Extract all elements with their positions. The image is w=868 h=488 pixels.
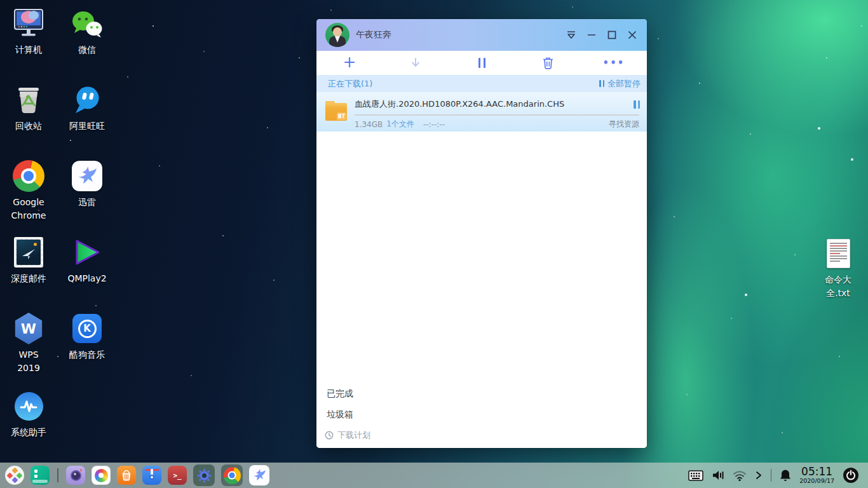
desktop-icon-aliwangwang[interactable]: 阿里旺旺 [64,83,110,133]
task-size: 1.34GB [355,120,383,129]
taskbar: >_ [0,463,868,488]
gear-icon [196,468,212,484]
terminal-glyph: >_ [173,471,181,480]
taskbar-xunlei-icon[interactable] [249,465,269,485]
volume-icon[interactable] [712,470,724,481]
minimize-button[interactable] [583,27,600,43]
nav-download-plan[interactable]: 下载计划 [316,425,647,448]
kugou-icon: K [72,314,102,343]
user-avatar[interactable] [325,23,349,47]
nav-completed[interactable]: 已完成 [316,383,647,404]
xunlei-icon [72,161,102,191]
aliwangwang-icon [72,85,102,115]
pause-all-icon [599,80,604,87]
download-arrow-icon [409,57,422,69]
virtual-keyboard-icon[interactable] [688,470,703,481]
control-center-icon[interactable] [193,464,215,486]
qmplay2-icon [72,238,102,267]
window-title: 午夜狂奔 [356,29,563,41]
desktop-icon-label: 计算机 [15,43,42,57]
text-file-icon [827,239,850,268]
desktop-icon-kugou[interactable]: K 酷狗音乐 [64,311,110,362]
download-list-empty-area [316,132,647,383]
xunlei-window: 午夜狂奔 + [316,19,647,448]
pause-icon [478,58,485,68]
desktop-icon-label: 微信 [78,43,96,57]
wallpaper-stars [0,0,1,1]
clock-date: 2020/09/17 [799,478,834,484]
system-assistant-icon [15,392,43,421]
desktop-icon-wps[interactable]: W WPS 2019 [6,311,51,375]
clock-icon [325,431,334,440]
wps-icon: W [14,313,43,344]
multitasking-view-icon[interactable] [31,466,50,485]
desktop-icon-google-chrome[interactable]: Google Chrome [6,159,51,222]
file-manager-icon[interactable] [142,466,161,485]
desktop-icon-txt-file[interactable]: 命令大全.txt [820,236,856,300]
task-status: 寻找资源 [609,119,639,130]
desktop-icon-system-assistant[interactable]: 系统助手 [6,389,51,439]
computer-icon [13,9,44,38]
shutdown-icon[interactable] [843,467,859,484]
download-task-row[interactable]: BT 血战唐人街.2020.HD1080P.X264.AAC.Mandarin.… [316,92,647,132]
tray-separator [771,469,772,482]
desktop-icon-label: 命令大全.txt [821,273,855,300]
terminal-icon[interactable]: >_ [168,466,187,485]
trash-icon [542,57,554,69]
pause-all-label: 全部暂停 [607,78,641,90]
task-filename: 血战唐人街.2020.HD1080P.X264.AAC.Mandarin.CHS [355,98,564,110]
chrome-icon [13,160,44,192]
desktop-icon-deepin-mail[interactable]: 深度邮件 [6,235,51,285]
bt-badge: BT [337,112,346,120]
wechat-icon [71,10,103,37]
bt-folder-icon: BT [325,101,347,121]
start-download-button[interactable] [383,51,449,75]
desktop-icon-label: WPS 2019 [6,348,51,375]
desktop-icon-recycle-bin[interactable]: 回收站 [6,83,51,133]
camera-icon[interactable] [66,466,85,485]
image-viewer-icon[interactable] [92,466,111,485]
more-icon: ••• [603,57,625,69]
downloading-section-title[interactable]: 正在下载(1) [328,78,372,90]
clock-time: 05:11 [799,466,834,478]
launcher-icon[interactable] [5,466,24,485]
taskbar-separator [57,468,58,482]
wifi-icon[interactable] [733,470,747,481]
recycle-bin-icon [15,85,42,114]
desktop-icon-label: 系统助手 [11,426,46,439]
desktop-icon-computer[interactable]: 计算机 [6,6,51,57]
pause-all-button[interactable]: 全部暂停 [599,78,641,90]
close-button[interactable] [624,27,641,43]
nav-trash[interactable]: 垃圾箱 [316,404,647,425]
pause-download-button[interactable] [449,51,515,75]
desktop-icon-label: 迅雷 [78,196,96,209]
taskbar-clock[interactable]: 05:11 2020/09/17 [799,466,834,484]
downloading-section-header: 正在下载(1) 全部暂停 [316,75,647,92]
task-file-count-link[interactable]: 1个文件 [386,119,414,130]
desktop-icon-label: QMPlay2 [67,272,106,285]
app-store-icon[interactable] [117,466,136,485]
deepin-mail-icon [14,237,43,268]
desktop-icon-wechat[interactable]: 微信 [64,6,110,57]
desktop-icon-label: 回收站 [15,119,42,133]
task-eta: --:--:-- [423,120,445,129]
desktop-icon-qmplay2[interactable]: QMPlay2 [64,235,110,285]
dropdown-filter-icon[interactable] [563,27,580,43]
desktop: 计算机 微信 回收站 阿里旺旺 [0,0,868,488]
desktop-icon-xunlei[interactable]: 迅雷 [64,159,110,209]
notification-bell-icon[interactable] [780,469,791,482]
shopping-bag-icon [119,468,134,483]
task-pause-button[interactable] [634,100,640,108]
window-titlebar[interactable]: 午夜狂奔 [316,19,647,51]
task-progress-bar [355,114,639,116]
window-toolbar: + ••• [316,51,647,75]
taskbar-chrome-icon[interactable] [221,464,243,486]
wps-letter: W [21,321,36,337]
maximize-button[interactable] [604,27,620,43]
expand-tray-icon[interactable] [755,470,763,480]
desktop-icon-label: Google Chrome [6,196,51,222]
more-options-button[interactable]: ••• [581,51,647,75]
desktop-icon-label: 阿里旺旺 [69,119,105,133]
delete-task-button[interactable] [515,51,581,75]
add-task-button[interactable]: + [316,51,383,75]
